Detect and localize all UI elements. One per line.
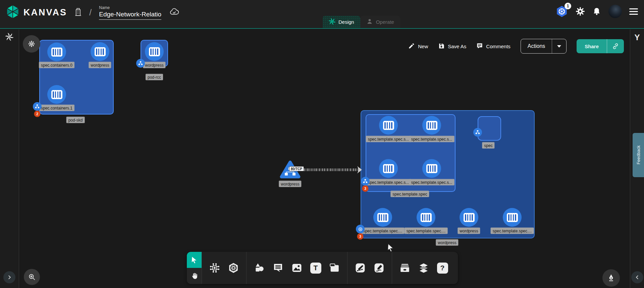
container-icon [51, 48, 62, 57]
container-icon [51, 90, 62, 99]
error-badge[interactable]: 3 [357, 233, 364, 240]
pod-network-icon[interactable] [136, 59, 145, 68]
cloud-sync-icon [169, 7, 179, 17]
organization-icon[interactable] [73, 6, 83, 18]
node-deployment-container[interactable] [373, 208, 392, 227]
tab-operate[interactable]: Operate [360, 16, 400, 28]
tab-operate-label: Operate [376, 19, 394, 25]
node-wordpress-container[interactable] [460, 208, 478, 227]
comment-tool-icon[interactable] [271, 261, 285, 275]
comments-label: Comments [486, 44, 511, 49]
app-header: KANVAS / Name Edge-Network-Relatio [0, 0, 644, 29]
node-label: spec.template.spec.s... [409, 136, 454, 142]
feedback-tab[interactable]: Feedback [633, 133, 644, 177]
kanvas-logo[interactable]: KANVAS [5, 4, 67, 21]
node-template-container[interactable] [422, 116, 441, 135]
help-tool-glyph: ? [437, 263, 448, 274]
tab-design-label: Design [338, 19, 354, 25]
container-icon [426, 164, 437, 173]
yaml-panel-icon[interactable]: Y [634, 33, 640, 42]
design-mode-pen-nib-icon[interactable] [602, 269, 620, 287]
shapes-tool-icon[interactable] [252, 261, 267, 275]
kanvas-hexagon-icon [5, 4, 20, 21]
tab-design[interactable]: Design [323, 16, 360, 28]
notifications-bell-icon[interactable] [592, 7, 601, 16]
toolbar-section-utility: ? [392, 252, 455, 284]
help-tool-icon[interactable]: ? [435, 261, 450, 275]
container-icon [377, 213, 388, 222]
group-label: spec.template.spec [390, 191, 429, 197]
label-shape-tool-icon[interactable] [327, 261, 342, 275]
node-spec-containers-0[interactable] [47, 43, 66, 61]
node-label: spec.template.spec.... [405, 228, 448, 234]
container-icon [383, 164, 394, 173]
breadcrumb-separator: / [89, 7, 92, 18]
node-label: spec.containers.0 [39, 62, 74, 68]
pen-bezier-tool-icon[interactable] [353, 261, 368, 275]
container-icon [464, 213, 475, 222]
node-label: wordpress [458, 228, 480, 234]
kubernetes-tool-icon[interactable] [226, 261, 241, 275]
save-as-button[interactable]: Save As [438, 43, 466, 50]
pan-tool-button[interactable] [187, 268, 202, 284]
layers-tool-icon[interactable] [416, 261, 431, 275]
mode-tabs: Design Operate [323, 16, 400, 28]
node-spec-containers-1[interactable] [47, 85, 66, 104]
save-as-label: Save As [448, 44, 466, 49]
actions-caret-button[interactable] [552, 39, 566, 53]
container-icon [507, 213, 518, 222]
toolbar-section-components [202, 252, 246, 284]
node-label: spec [482, 142, 494, 149]
container-icon [95, 47, 106, 56]
image-tool-icon[interactable] [289, 261, 304, 275]
node-label: wordpress [89, 62, 111, 68]
deployment-wheel-icon[interactable] [356, 225, 365, 233]
expand-right-panel-button[interactable] [631, 271, 643, 283]
node-wordpress-container[interactable] [91, 42, 109, 61]
comments-button[interactable]: Comments [476, 43, 511, 50]
settings-gear-icon[interactable] [576, 7, 585, 16]
collapsed-node-gear-icon[interactable] [23, 35, 40, 53]
design-canvas[interactable]: Y Feedback New [0, 29, 644, 288]
node-deployment-container[interactable] [503, 208, 522, 227]
caret-down-icon [557, 45, 561, 48]
copy-link-button[interactable] [607, 39, 624, 53]
share-button[interactable]: Share [577, 39, 624, 53]
design-panel-swirl-icon[interactable] [5, 33, 13, 42]
actions-label[interactable]: Actions [521, 39, 552, 53]
new-label: New [418, 44, 428, 49]
text-tool-icon[interactable]: T [308, 261, 323, 275]
expand-left-panel-button[interactable] [3, 271, 15, 283]
node-template-container[interactable] [379, 159, 398, 178]
user-avatar[interactable] [608, 5, 622, 18]
node-deployment-container[interactable] [417, 208, 435, 227]
container-icon [421, 213, 432, 222]
actions-dropdown-button[interactable]: Actions [521, 39, 567, 54]
freehand-pencil-tool-icon[interactable] [372, 261, 386, 275]
pod-network-icon[interactable] [33, 102, 42, 111]
share-label[interactable]: Share [577, 39, 607, 53]
new-button[interactable]: New [408, 43, 428, 50]
integrations-chip-icon[interactable] [207, 261, 222, 275]
zoom-in-button[interactable] [24, 269, 40, 285]
error-badge[interactable]: 2 [34, 111, 41, 117]
error-badge[interactable]: 3 [362, 186, 369, 192]
node-template-container[interactable] [422, 159, 441, 178]
menu-hamburger-icon[interactable] [629, 8, 638, 15]
node-wordpress-container[interactable] [145, 42, 164, 61]
design-name-input[interactable]: Edge-Network-Relatio [99, 11, 161, 20]
container-icon [426, 121, 437, 130]
edge-port-label: 80/TCP [289, 166, 304, 171]
container-icon [149, 47, 160, 56]
container-icon [383, 121, 394, 130]
pod-network-icon[interactable] [361, 177, 370, 186]
kubernetes-context-button[interactable]: 1 [555, 5, 568, 18]
feedback-label: Feedback [636, 145, 641, 164]
text-tool-glyph: T [310, 263, 321, 274]
service-edge[interactable] [301, 168, 359, 171]
archive-drawer-tool-icon[interactable] [397, 261, 412, 275]
select-tool-button[interactable] [187, 252, 202, 268]
node-spec[interactable] [478, 116, 501, 141]
node-template-container[interactable] [379, 116, 398, 135]
pod-network-icon[interactable] [473, 128, 482, 137]
